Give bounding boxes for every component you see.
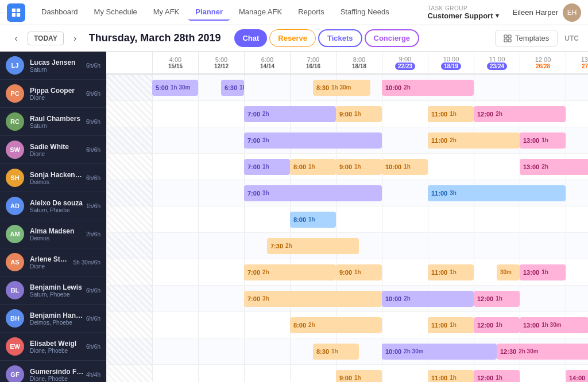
shift-time: 10:00 xyxy=(385,295,401,302)
next-date-button[interactable]: › xyxy=(68,32,82,45)
sub-nav-right: Templates UTC xyxy=(495,30,579,46)
shift-time: 11:00 xyxy=(431,190,447,197)
header-hour: 5:00 xyxy=(215,56,227,63)
shift-block[interactable]: 10:002h xyxy=(382,80,474,96)
shift-block[interactable]: 10:001h xyxy=(382,159,428,175)
user-avatar[interactable]: EH xyxy=(563,3,581,22)
timeline[interactable]: 4:0015/155:0012/126:0014/147:0016/168:00… xyxy=(106,52,588,382)
staff-row[interactable]: GF Gumersindo Ferreira Dione, Phoebe 4h/… xyxy=(0,361,106,382)
nav-my-afk[interactable]: My AFK xyxy=(146,4,187,21)
shift-block[interactable]: 9:001h xyxy=(336,106,382,122)
nav-reports[interactable]: Reports xyxy=(291,4,331,21)
shift-duration: 1h xyxy=(541,137,548,143)
tab-chat[interactable]: Chat xyxy=(234,29,267,47)
shift-block[interactable]: 11:002h xyxy=(428,132,520,149)
shift-block[interactable]: 7:302h xyxy=(267,238,359,254)
shift-block[interactable]: 30m xyxy=(497,264,520,280)
shift-block[interactable]: 10:002h xyxy=(382,291,474,307)
header-hour: 12:00 xyxy=(535,56,551,63)
shift-block[interactable]: 5:001h 30m xyxy=(152,80,198,96)
nav-dashboard[interactable]: Dashboard xyxy=(34,4,85,21)
shift-block[interactable]: 7:002h xyxy=(244,264,336,280)
tab-reserve[interactable]: Reserve xyxy=(269,29,316,47)
shift-block[interactable]: 11:001h xyxy=(428,370,474,383)
shift-block[interactable]: 11:001h xyxy=(428,106,474,122)
staff-info: Aleixo De souza Saturn, Phoebe xyxy=(30,199,84,213)
shift-block[interactable]: 8:002h xyxy=(290,317,382,333)
shift-block[interactable]: 7:003h xyxy=(244,185,382,201)
templates-button[interactable]: Templates xyxy=(495,30,558,46)
staff-row[interactable]: PC Pippa Cooper Dione 6h/6h xyxy=(0,80,106,108)
shift-time: 9:00 xyxy=(339,269,352,276)
task-group-selector[interactable]: Customer Support xyxy=(427,11,498,20)
shift-block[interactable]: 12:302h 30m xyxy=(497,344,588,360)
shift-block[interactable]: 13:001h 30m xyxy=(520,317,588,333)
shift-block[interactable]: 10:002h 30m xyxy=(382,344,497,360)
shift-block[interactable]: 8:001h xyxy=(290,159,336,175)
shift-block[interactable]: 13:002h xyxy=(520,159,588,175)
nav-planner[interactable]: Planner xyxy=(188,4,230,21)
shift-block[interactable]: 12:002h xyxy=(474,106,566,122)
svg-rect-7 xyxy=(508,39,511,42)
staff-row[interactable]: AD Aleixo De souza Saturn, Phoebe 1h/6h xyxy=(0,192,106,220)
shift-block[interactable]: 12:001h xyxy=(474,291,520,307)
shift-time: 8:30 xyxy=(316,84,329,91)
nav-my-schedule[interactable]: My Schedule xyxy=(87,4,144,21)
shift-block[interactable]: 13:001h xyxy=(520,132,566,149)
shift-block[interactable]: 8:001h xyxy=(290,212,336,228)
staff-name: Alma Madsen xyxy=(30,227,84,235)
hours-badge: 6h/6h xyxy=(86,287,100,294)
shift-duration: 1h xyxy=(308,216,315,223)
staff-row[interactable]: SW Sadie White Dione 6h/6h xyxy=(0,136,106,164)
time-cell xyxy=(520,286,566,311)
staff-row[interactable]: SH Sonja Hackenberg Deimos 6h/6h xyxy=(0,164,106,192)
staff-row[interactable]: RC Raul Chambers Saturn 6h/6h xyxy=(0,108,106,136)
shift-block[interactable]: 9:001h xyxy=(336,159,382,175)
time-cell xyxy=(474,233,520,259)
task-group-label: TASK GROUP xyxy=(427,5,498,11)
shift-block[interactable]: 12:001h xyxy=(474,317,520,333)
staff-row[interactable]: EW Elisabet Weigl Dione, Phoebe 6h/6h xyxy=(0,333,106,361)
header-count: 26/28 xyxy=(536,63,550,69)
shift-time: 13:00 xyxy=(523,322,539,329)
header-hour: 8:00 xyxy=(353,56,365,63)
shift-time: 12:00 xyxy=(477,322,493,329)
view-tabs: Chat Reserve Tickets Concierge xyxy=(234,29,419,47)
hours-badge: 6h/6h xyxy=(86,119,100,125)
time-cell xyxy=(566,286,588,311)
time-cell xyxy=(382,365,428,382)
staff-info: Elisabet Weigl Dione, Phoebe xyxy=(30,340,84,354)
tab-concierge[interactable]: Concierge xyxy=(365,29,420,47)
shift-block[interactable]: 7:003h xyxy=(244,291,382,307)
shift-block[interactable]: 6:301h xyxy=(221,80,244,96)
shift-time: 13:00 xyxy=(523,163,539,170)
nav-staffing-needs[interactable]: Staffing Needs xyxy=(334,4,396,21)
shift-block[interactable]: 7:001h xyxy=(244,159,290,175)
tab-tickets[interactable]: Tickets xyxy=(318,29,362,47)
shift-block[interactable]: 11:001h xyxy=(428,317,474,333)
staff-row[interactable]: BL Benjamin Lewis Saturn, Phoebe 6h/6h xyxy=(0,276,106,305)
staff-row[interactable]: AS Arlene Stone Dione 5h 30m/6h xyxy=(0,248,106,276)
shift-block[interactable]: 12:001h xyxy=(474,370,520,383)
shift-time: 8:30 xyxy=(316,348,329,355)
shift-block[interactable]: 7:002h xyxy=(244,106,336,122)
shift-block[interactable]: 11:003h xyxy=(428,185,566,201)
shift-block[interactable]: 14:001h xyxy=(566,370,588,383)
staff-name: Lucas Jensen xyxy=(30,59,84,67)
staff-row[interactable]: AM Alma Madsen Deimos 2h/6h xyxy=(0,220,106,248)
hours-badge: 6h/6h xyxy=(86,175,100,181)
shift-block[interactable]: 8:301h 30m xyxy=(313,80,370,96)
staff-row[interactable]: BH Benjamin Hansen Deimos, Phoebe 6h/6h xyxy=(0,305,106,333)
shift-block[interactable]: 8:301h xyxy=(313,344,359,360)
shift-block[interactable]: 9:001h xyxy=(336,264,382,280)
staff-name: Arlene Stone xyxy=(30,255,71,263)
prev-date-button[interactable]: ‹ xyxy=(9,32,23,45)
staff-row[interactable]: LJ Lucas Jensen Saturn 6h/6h xyxy=(0,52,106,80)
shift-block[interactable]: 7:003h xyxy=(244,132,382,149)
shift-block[interactable]: 9:001h xyxy=(336,370,382,383)
nav-manage-afk[interactable]: Manage AFK xyxy=(232,4,289,21)
shift-block[interactable]: 11:001h xyxy=(428,264,474,280)
app-logo xyxy=(7,3,25,22)
shift-block[interactable]: 13:001h xyxy=(520,264,566,280)
today-button[interactable]: TODAY xyxy=(28,32,64,45)
